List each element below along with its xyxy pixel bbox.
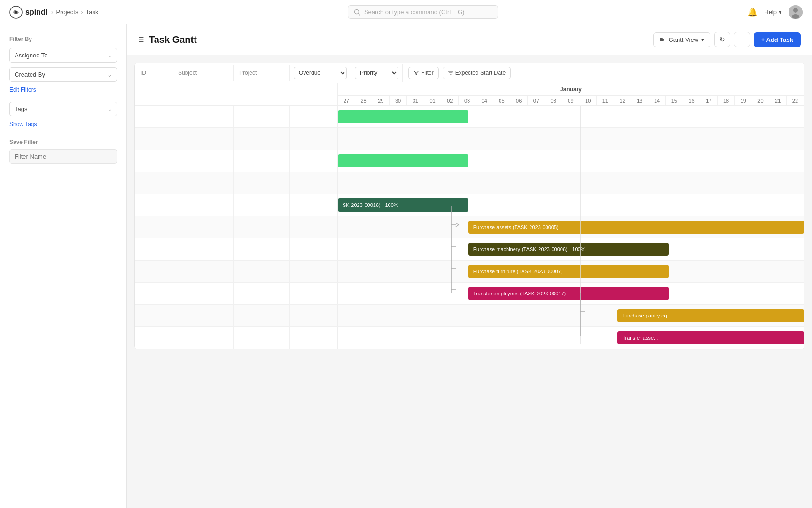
add-task-button[interactable]: + Add Task — [754, 32, 801, 47]
id-cell — [135, 216, 172, 238]
overdue-cell — [290, 150, 316, 172]
gantt-row: Transfer employees (TASK-2023-00017) — [135, 283, 804, 305]
nav-left: spindl › Projects › Task — [9, 6, 99, 19]
overdue-cell — [290, 194, 316, 216]
notification-bell-button[interactable]: 🔔 — [747, 7, 757, 17]
breadcrumb-task[interactable]: Task — [86, 8, 99, 16]
subject-cell — [172, 194, 234, 216]
id-cell — [135, 305, 172, 326]
gantt-bar[interactable]: Purchase assets (TASK-2023-00005) — [468, 221, 804, 234]
day-cell: 11 — [597, 96, 614, 105]
more-options-button[interactable]: ··· — [734, 32, 750, 47]
month-label: January — [338, 83, 804, 96]
day-cell: 06 — [510, 96, 528, 105]
day-cell: 31 — [407, 96, 424, 105]
chevron-down-icon: ▾ — [779, 8, 782, 16]
subject-cell — [172, 128, 234, 150]
subject-cell — [172, 305, 234, 326]
day-cell: 09 — [562, 96, 580, 105]
page-actions: Gantt View ▾ ↻ ··· + Add Task — [653, 32, 801, 47]
user-avatar[interactable] — [789, 5, 803, 19]
assigned-to-select[interactable]: Assigned To — [9, 48, 117, 63]
subject-cell — [172, 283, 234, 304]
overdue-cell — [290, 128, 316, 150]
filter-btn-label: Filter — [421, 70, 434, 76]
gantt-bar[interactable] — [338, 110, 468, 123]
hamburger-icon[interactable]: ☰ — [138, 36, 144, 43]
nav-center: Search or type a command (Ctrl + G) — [99, 5, 748, 19]
created-by-select[interactable]: Created By — [9, 67, 117, 82]
edit-filters-link[interactable]: Edit Filters — [9, 87, 117, 93]
project-cell — [234, 172, 290, 194]
priority-col-header: Priority — [351, 64, 403, 82]
gantt-bar[interactable]: Purchase pantry eq... — [617, 309, 804, 322]
id-cell — [135, 194, 172, 216]
content-area: ☰ Task Gantt Gantt View ▾ ↻ ··· — [127, 24, 812, 508]
svg-rect-7 — [660, 39, 664, 40]
project-cell — [234, 261, 290, 282]
day-cell: 13 — [631, 96, 648, 105]
expected-start-date-button[interactable]: Expected Start Date — [443, 67, 511, 79]
search-bar[interactable]: Search or type a command (Ctrl + G) — [348, 5, 498, 19]
subject-cell — [172, 238, 234, 260]
day-cell: 17 — [700, 96, 718, 105]
gantt-bar[interactable]: SK-2023-00016) - 100% — [338, 198, 468, 212]
overdue-cell — [290, 305, 316, 326]
day-numbers-row: 2728293031010203040506070809101112131415… — [135, 96, 804, 106]
gantt-bar[interactable] — [338, 154, 468, 167]
day-cell: 29 — [372, 96, 390, 105]
filter-button[interactable]: Filter — [408, 67, 439, 79]
day-cell: 04 — [476, 96, 493, 105]
filter-name-input[interactable] — [9, 149, 117, 164]
id-cell — [135, 106, 172, 127]
day-cell: 28 — [355, 96, 373, 105]
subject-cell — [172, 106, 234, 127]
tags-wrapper: Tags — [9, 102, 117, 116]
filter-section: Filter By Assigned To Created By Edit Fi… — [9, 36, 117, 127]
project-cell — [234, 128, 290, 150]
gantt-container: ID Subject Project Overdue Priority — [127, 55, 812, 508]
tags-section: Tags Show Tags — [9, 102, 117, 127]
help-button[interactable]: Help ▾ — [764, 8, 782, 16]
tags-select[interactable]: Tags — [9, 102, 117, 116]
id-cell — [135, 283, 172, 304]
left-cols-spacer — [135, 83, 338, 96]
breadcrumb-sep-1: › — [51, 8, 53, 16]
gantt-bar[interactable]: Purchase furniture (TASK-2023-00007) — [468, 265, 669, 278]
gantt-row — [135, 150, 804, 172]
overdue-select[interactable]: Overdue — [294, 67, 347, 79]
day-cell: 21 — [769, 96, 787, 105]
gantt-view-button[interactable]: Gantt View ▾ — [653, 32, 710, 47]
overdue-cell — [290, 106, 316, 127]
subject-cell — [172, 172, 234, 194]
days-cells-container: 2728293031010203040506070809101112131415… — [338, 96, 804, 105]
day-cell: 03 — [459, 96, 476, 105]
priority-select[interactable]: Priority — [355, 67, 398, 79]
main-layout: Filter By Assigned To Created By Edit Fi… — [0, 24, 812, 508]
gantt-bar[interactable]: Purchase machinery (TASK-2023-00006) - 1… — [468, 243, 669, 256]
more-icon: ··· — [739, 36, 745, 43]
spindl-logo — [9, 6, 23, 19]
breadcrumb-sep-2: › — [81, 8, 83, 16]
gantt-row: Purchase furniture (TASK-2023-00007) — [135, 261, 804, 283]
overdue-cell — [290, 238, 316, 260]
gantt-bar[interactable]: Transfer employees (TASK-2023-00017) — [468, 287, 669, 300]
project-cell — [234, 106, 290, 127]
svg-point-1 — [15, 11, 17, 14]
project-cell — [234, 238, 290, 260]
gantt-bar[interactable]: Transfer asse... — [617, 331, 804, 344]
breadcrumb-projects[interactable]: Projects — [56, 8, 78, 16]
gantt-view-icon — [659, 36, 666, 43]
day-cell: 19 — [735, 96, 752, 105]
col-project: Project — [234, 65, 290, 81]
day-cell: 22 — [787, 96, 804, 105]
day-cell: 30 — [390, 96, 407, 105]
day-cell: 27 — [338, 96, 355, 105]
show-tags-link[interactable]: Show Tags — [9, 121, 117, 127]
project-cell — [234, 216, 290, 238]
search-icon — [354, 9, 360, 16]
refresh-button[interactable]: ↻ — [714, 32, 730, 47]
day-cell: 18 — [718, 96, 735, 105]
day-cell: 20 — [752, 96, 770, 105]
expected-date-label: Expected Start Date — [455, 70, 506, 76]
